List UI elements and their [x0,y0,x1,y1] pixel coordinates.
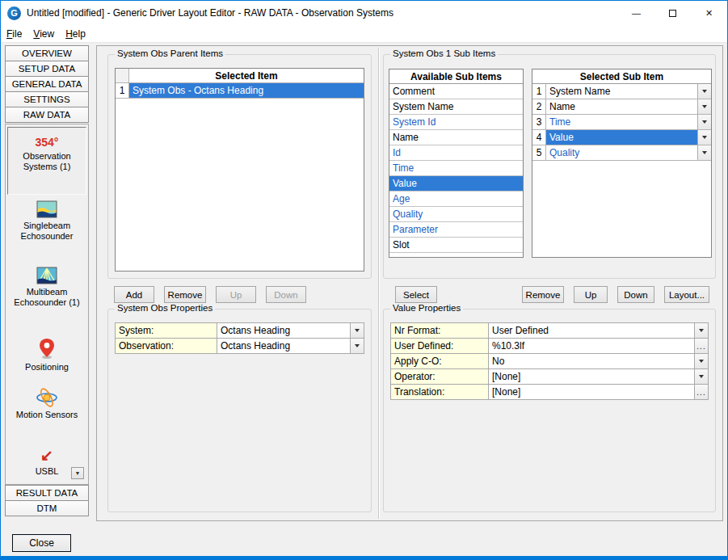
row-label[interactable]: Quality [546,145,697,161]
menu-view[interactable]: View [27,26,60,42]
row-number: 5 [532,145,546,161]
down-button[interactable]: Down [266,286,306,303]
chevron-down-icon [702,151,707,154]
ellipsis-button[interactable]: ... [695,339,709,354]
sidebar-item-settings[interactable]: SETTINGS [5,91,89,107]
close-button[interactable]: Close [12,534,71,552]
dropdown-button[interactable] [697,84,711,99]
chevron-down-icon [355,329,360,332]
list-item[interactable]: Slot [389,238,523,253]
dropdown-button[interactable] [697,130,711,145]
list-item[interactable]: Age [389,192,523,207]
chevron-down-icon [355,344,360,347]
table-row[interactable]: 1 System Name [532,84,711,99]
close-window-button[interactable]: ✕ [691,1,727,25]
property-value[interactable]: [None] [489,369,695,385]
property-value[interactable]: [None] [489,385,695,400]
sub-up-button[interactable]: Up [574,286,608,303]
maximize-button[interactable] [654,1,691,25]
row-number: 1 [116,83,129,99]
selected-sub-item-header: Selected Sub Item [532,69,711,84]
chevron-down-icon [702,90,707,93]
maximize-icon [669,10,676,17]
group-sub-items: System Obs 1 Sub Items Available Sub Ite… [383,54,716,279]
row-label[interactable]: Name [546,99,697,115]
sidebar-item-raw-data[interactable]: RAW DATA [5,107,89,123]
parent-properties-grid: System: Octans Heading Observation: Octa… [115,322,364,354]
property-label: Translation: [391,385,489,400]
sidebar-item-result-data[interactable]: RESULT DATA [5,485,89,501]
dropdown-button[interactable] [695,354,709,369]
motion-sensors-icon [36,388,58,407]
chevron-down-icon [702,120,707,124]
layout-button[interactable]: Layout... [664,286,709,303]
property-value[interactable]: %10.3lf [489,339,695,354]
row-number: 1 [532,84,546,99]
available-sub-items-header: Available Sub Items [389,69,523,84]
sidebar-item-setup-data[interactable]: SETUP DATA [5,61,89,77]
list-item[interactable]: Quality [389,207,523,222]
group-parent-properties: System Obs Properties System: Octans Hea… [107,309,372,512]
sub-down-button[interactable]: Down [617,286,654,303]
row-number: 3 [532,115,546,130]
list-item[interactable]: System Id [389,115,523,130]
parent-items-header-row: Selected Item [116,69,364,83]
table-row[interactable]: 1 System Obs - Octans Heading [116,83,364,99]
menu-file[interactable]: File [1,26,27,42]
chevron-down-icon [699,375,704,378]
list-item[interactable]: Time [389,161,523,176]
list-item[interactable]: Comment [389,84,523,99]
table-row[interactable]: 2 Name [532,99,711,115]
list-item[interactable]: Value [389,176,523,192]
sidebar-item-overview[interactable]: OVERVIEW [5,45,89,61]
nav-scroll-down-button[interactable]: ▼ [71,467,84,479]
row-label[interactable]: Time [546,115,697,130]
select-button[interactable]: Select [395,286,437,303]
available-sub-items-list: Available Sub Items Comment System Name … [389,69,524,258]
list-item[interactable]: Id [389,145,523,161]
group-value-properties: Value Properties Nr Format: User Defined… [383,309,716,512]
dropdown-button[interactable] [697,115,711,130]
property-value[interactable]: Octans Heading [217,323,351,339]
table-row[interactable]: 5 Quality [532,145,711,161]
nav-item-observation-systems[interactable]: 354° Observation Systems (1) [7,127,86,195]
nav-item-motion-sensors[interactable]: Motion Sensors [7,388,86,420]
sidebar-item-general-data[interactable]: GENERAL DATA [5,76,89,92]
nav-item-singlebeam-echosounder[interactable]: Singlebeam Echosounder [7,200,86,242]
parent-items-header: Selected Item [129,69,364,83]
property-value[interactable]: Octans Heading [217,339,351,354]
dropdown-button[interactable] [351,323,364,339]
table-row[interactable]: 4 Value [532,130,711,145]
property-value[interactable]: No [489,354,695,369]
row-label[interactable]: Value [546,130,697,145]
table-row[interactable]: 3 Time [532,115,711,130]
nav-item-multibeam-echosounder[interactable]: Multibeam Echosounder (1) [7,267,86,308]
dropdown-button[interactable] [695,369,709,385]
property-row: Operator: [None] [391,369,709,385]
row-label[interactable]: System Obs - Octans Heading [129,83,364,99]
up-button[interactable]: Up [216,286,256,303]
row-number: 2 [532,99,546,115]
property-row: System: Octans Heading [116,323,364,339]
list-item[interactable]: Parameter [389,222,523,238]
dropdown-button[interactable] [697,99,711,115]
dropdown-button[interactable] [695,323,709,339]
property-value[interactable]: User Defined [489,323,695,339]
sidebar-item-dtm[interactable]: DTM [5,500,89,516]
list-item[interactable]: System Name [389,99,523,115]
app-icon: G [7,6,21,20]
remove-button[interactable]: Remove [164,286,206,303]
header-corner-cell [116,69,129,83]
property-row: Apply C-O: No [391,354,709,369]
list-item[interactable]: Name [389,130,523,145]
menu-help[interactable]: Help [60,26,91,42]
sub-remove-button[interactable]: Remove [522,286,564,303]
dropdown-button[interactable] [351,339,364,354]
dropdown-button[interactable] [697,145,711,161]
ellipsis-button[interactable]: ... [695,385,709,400]
row-label[interactable]: System Name [546,84,697,99]
nav-item-positioning[interactable]: Positioning [7,338,86,373]
add-button[interactable]: Add [114,286,154,303]
main-panel: System Obs Parent Items Selected Item 1 … [96,45,723,521]
minimize-button[interactable]: — [618,1,654,25]
